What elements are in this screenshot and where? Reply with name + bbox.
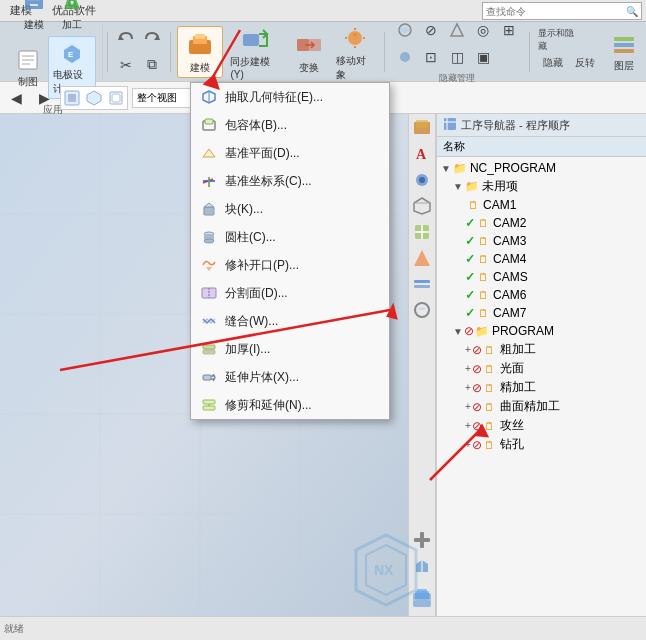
menu-item-thicken[interactable]: 加厚(I)... (191, 335, 389, 363)
transform-icon (293, 29, 325, 61)
column-name: 名称 (443, 139, 465, 154)
view-btn-1[interactable] (393, 18, 417, 42)
side-icon-1[interactable] (410, 116, 434, 140)
block-icon (199, 199, 219, 219)
tree-item-cam1[interactable]: 🗒 CAM1 (437, 196, 646, 214)
menu-item-coordinate[interactable]: 基准坐标系(C)... (191, 167, 389, 195)
build-button[interactable]: 建模 (16, 0, 52, 34)
tree-item-cam6[interactable]: ✓ 🗒 CAM6 (437, 286, 646, 304)
hide-show-btn[interactable]: 显示和隐藏 (538, 30, 578, 50)
tap-icon: 🗒 (482, 418, 498, 434)
cam6-icon: 🗒 (475, 287, 491, 303)
side-icon-9[interactable] (410, 528, 434, 552)
side-icon-3[interactable] (410, 168, 434, 192)
nav-back[interactable]: ◀ (4, 86, 28, 110)
cam1-label: CAM1 (483, 198, 516, 212)
cam7-check-icon: ✓ (465, 306, 475, 320)
menu-item-trim[interactable]: 修剪和延伸(N)... (191, 391, 389, 419)
drill-no-icon: ⊘ (472, 438, 482, 452)
display-btn-4[interactable]: ▣ (471, 45, 495, 69)
svg-marker-59 (203, 149, 215, 157)
tree-item-cams[interactable]: ✓ 🗒 CAMS (437, 268, 646, 286)
sew-label: 缝合(W)... (225, 313, 278, 330)
tree-item-tap[interactable]: + ⊘ 🗒 攻丝 (437, 416, 646, 435)
view-iso[interactable] (84, 88, 104, 108)
view-cube-front[interactable] (62, 88, 82, 108)
thicken-icon (199, 339, 219, 359)
svg-rect-38 (414, 280, 430, 283)
tree-item-rough[interactable]: + ⊘ 🗒 粗加工 (437, 340, 646, 359)
move-object-button[interactable]: 移动对象 (332, 20, 378, 84)
thicken-label: 加厚(I)... (225, 341, 270, 358)
cam4-label: CAM4 (493, 252, 526, 266)
svg-rect-73 (203, 345, 215, 349)
transform-button[interactable]: 变换 (289, 27, 329, 77)
tap-toggle: + (465, 420, 471, 431)
menu-item-extend[interactable]: 延伸片体(X)... (191, 363, 389, 391)
drawing-button[interactable]: 制图 (10, 44, 46, 91)
undo-button[interactable] (114, 27, 138, 51)
search-input[interactable] (486, 6, 626, 17)
right-panel: 工序导航器 - 程序顺序 名称 ▼ 📁 NC_PROGRAM ▼ 📁 未用项 🗒 (436, 114, 646, 640)
view-btn-3[interactable] (445, 18, 469, 42)
menu-item-plane[interactable]: 基准平面(D)... (191, 139, 389, 167)
side-icon-6[interactable] (410, 246, 434, 270)
view-btn-5[interactable]: ⊞ (497, 18, 521, 42)
tree-item-nc-program[interactable]: ▼ 📁 NC_PROGRAM (437, 159, 646, 177)
cut-button[interactable]: ✂ (114, 53, 138, 77)
display-btn-1[interactable] (393, 45, 417, 69)
build-main-button[interactable]: 建模 (177, 26, 223, 78)
view-persp[interactable] (106, 88, 126, 108)
side-icon-2[interactable]: A (410, 142, 434, 166)
smooth-icon: 🗒 (482, 361, 498, 377)
extract-icon (199, 87, 219, 107)
svg-marker-35 (414, 198, 430, 214)
menu-item-cylinder[interactable]: 圆柱(C)... (191, 223, 389, 251)
cam6-label: CAM6 (493, 288, 526, 302)
menu-item-sew[interactable]: 缝合(W)... (191, 307, 389, 335)
side-icon-4[interactable] (410, 194, 434, 218)
tree-item-smooth[interactable]: + ⊘ 🗒 光面 (437, 359, 646, 378)
tree-item-surface-finish[interactable]: + ⊘ 🗒 曲面精加工 (437, 397, 646, 416)
side-icon-8[interactable] (410, 298, 434, 322)
menu-item-patch[interactable]: 修补开口(P)... (191, 251, 389, 279)
cams-check-icon: ✓ (465, 270, 475, 284)
tree-item-unused[interactable]: ▼ 📁 未用项 (437, 177, 646, 196)
nav-fwd[interactable]: ▶ (32, 86, 56, 110)
redo-button[interactable] (140, 27, 164, 51)
tree-item-cam4[interactable]: ✓ 🗒 CAM4 (437, 250, 646, 268)
sync-build-button[interactable]: 同步建模(Y) (226, 21, 285, 82)
side-icon-10[interactable] (410, 554, 434, 578)
copy-button[interactable]: ⧉ (140, 53, 164, 77)
tree-item-drill[interactable]: + ⊘ 🗒 钻孔 (437, 435, 646, 454)
extract-label: 抽取几何特征(E)... (225, 89, 323, 106)
tree-item-cam7[interactable]: ✓ 🗒 CAM7 (437, 304, 646, 322)
machining-button[interactable]: 加工 (54, 0, 90, 34)
tree-item-finish[interactable]: + ⊘ 🗒 精加工 (437, 378, 646, 397)
menu-item-split[interactable]: 分割面(D)... (191, 279, 389, 307)
tree-item-program[interactable]: ▼ ⊘ 📁 PROGRAM (437, 322, 646, 340)
tree-item-cam2[interactable]: ✓ 🗒 CAM2 (437, 214, 646, 232)
display-btn-2[interactable]: ⊡ (419, 45, 443, 69)
display-btn-3[interactable]: ◫ (445, 45, 469, 69)
hide-btn[interactable]: 隐藏 (538, 53, 568, 73)
plane-icon (199, 143, 219, 163)
reverse-btn[interactable]: 反转 (570, 53, 600, 73)
electrode-icon: E (58, 39, 86, 67)
menu-item-extract[interactable]: 抽取几何特征(E)... (191, 83, 389, 111)
cam3-icon: 🗒 (475, 233, 491, 249)
side-icon-bottom-1[interactable] (410, 588, 434, 612)
surface-finish-toggle: + (465, 401, 471, 412)
menu-item-container[interactable]: 包容体(B)... (191, 111, 389, 139)
smooth-no-icon: ⊘ (472, 362, 482, 376)
finish-no-icon: ⊘ (472, 381, 482, 395)
tree-item-cam3[interactable]: ✓ 🗒 CAM3 (437, 232, 646, 250)
svg-rect-22 (614, 43, 634, 47)
view-btn-2[interactable]: ⊘ (419, 18, 443, 42)
rough-toggle: + (465, 344, 471, 355)
side-icon-5[interactable] (410, 220, 434, 244)
side-icon-7[interactable] (410, 272, 434, 296)
layer-button[interactable]: 图层 (606, 29, 642, 75)
view-btn-4[interactable]: ◎ (471, 18, 495, 42)
menu-item-block[interactable]: 块(K)... (191, 195, 389, 223)
